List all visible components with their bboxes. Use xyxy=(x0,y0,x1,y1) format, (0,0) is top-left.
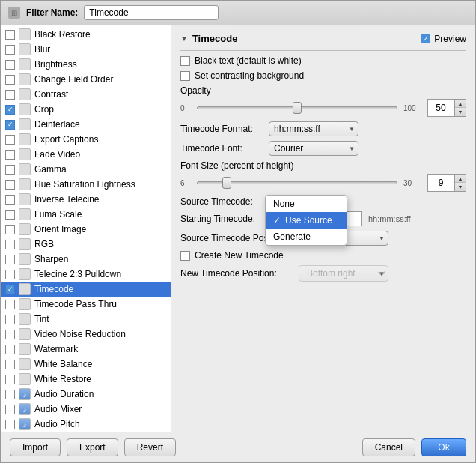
filter-icon-brightness xyxy=(19,58,31,70)
filter-item-white-balance[interactable]: White Balance xyxy=(1,357,171,372)
filter-icon-gamma xyxy=(19,163,31,175)
filter-item-timecode[interactable]: ✓Timecode xyxy=(1,282,171,297)
revert-button[interactable]: Revert xyxy=(124,438,176,456)
filter-label-deinterlace: Deinterlace xyxy=(34,119,80,130)
filter-checkbox-inverse-telecine[interactable] xyxy=(5,195,15,205)
filter-item-audio-pitch[interactable]: ♪Audio Pitch xyxy=(1,417,171,432)
filter-checkbox-contrast[interactable] xyxy=(5,90,15,100)
filter-item-timecode-pass-thru[interactable]: Timecode Pass Thru xyxy=(1,297,171,312)
filter-item-tint[interactable]: Tint xyxy=(1,312,171,327)
right-panel: ▼ Timecode ✓ Preview Black text (default… xyxy=(171,25,475,432)
filter-checkbox-crop[interactable]: ✓ xyxy=(5,105,15,115)
dropdown-none[interactable]: None xyxy=(266,196,347,212)
filter-item-telecine-23-pulldown[interactable]: Telecine 2:3 Pulldown xyxy=(1,267,171,282)
create-tc-label: Create New Timecode xyxy=(195,250,284,261)
dropdown-generate[interactable]: Generate xyxy=(266,229,347,245)
filter-checkbox-video-noise-reduction[interactable] xyxy=(5,330,15,339)
filter-item-crop[interactable]: ✓Crop xyxy=(1,102,171,117)
preview-checkbox[interactable]: ✓ xyxy=(421,34,430,43)
filter-label-timecode-pass-thru: Timecode Pass Thru xyxy=(34,299,117,309)
filter-label-fade-video: Fade Video xyxy=(34,149,80,160)
opacity-value-input[interactable] xyxy=(427,99,454,117)
filter-item-deinterlace[interactable]: ✓Deinterlace xyxy=(1,117,171,132)
filter-checkbox-white-restore[interactable] xyxy=(5,375,15,384)
font-size-input[interactable] xyxy=(427,174,454,192)
filter-item-audio-duration[interactable]: ♪Audio Duration xyxy=(1,387,171,402)
filter-item-contrast[interactable]: Contrast xyxy=(1,87,171,102)
new-tc-row: New Timecode Position: Bottom right xyxy=(180,265,466,282)
filter-checkbox-fade-video[interactable] xyxy=(5,150,15,160)
filter-checkbox-audio-pitch[interactable] xyxy=(5,420,15,429)
filter-checkbox-tint[interactable] xyxy=(5,315,15,324)
filter-item-watermark[interactable]: Watermark xyxy=(1,342,171,357)
filter-checkbox-audio-mixer[interactable] xyxy=(5,405,15,414)
dropdown-none-label: None xyxy=(273,199,295,209)
filter-checkbox-brightness[interactable] xyxy=(5,60,15,70)
filter-item-audio-mixer[interactable]: ♪Audio Mixer xyxy=(1,402,171,417)
filter-item-black-restore[interactable]: Black Restore xyxy=(1,27,171,42)
filter-checkbox-export-captions[interactable] xyxy=(5,135,15,145)
filter-checkbox-sharpen[interactable] xyxy=(5,255,15,264)
filter-checkbox-timecode-pass-thru[interactable] xyxy=(5,300,15,309)
filter-checkbox-blur[interactable] xyxy=(5,45,15,55)
font-size-row: 6 30 ▲ ▼ xyxy=(180,174,466,192)
filter-name-input[interactable] xyxy=(84,5,219,20)
preview-row: ✓ Preview xyxy=(421,34,466,44)
collapse-icon[interactable]: ▼ xyxy=(180,34,188,43)
filter-checkbox-hue-saturation-lightness[interactable] xyxy=(5,180,15,190)
filter-item-hue-saturation-lightness[interactable]: Hue Saturation Lightness xyxy=(1,177,171,192)
section-title: Timecode xyxy=(192,33,237,44)
create-tc-checkbox[interactable] xyxy=(180,251,190,261)
filter-checkbox-black-restore[interactable] xyxy=(5,30,15,40)
font-size-thumb[interactable] xyxy=(222,177,231,189)
timecode-font-select[interactable]: Courier xyxy=(269,141,358,156)
font-size-down-btn[interactable]: ▼ xyxy=(455,183,466,191)
filter-checkbox-deinterlace[interactable]: ✓ xyxy=(5,120,15,130)
import-button[interactable]: Import xyxy=(10,438,61,456)
filter-item-inverse-telecine[interactable]: Inverse Telecine xyxy=(1,192,171,207)
filter-item-fade-video[interactable]: Fade Video xyxy=(1,147,171,162)
new-tc-position-select[interactable]: Bottom right xyxy=(299,265,388,282)
filter-checkbox-luma-scale[interactable] xyxy=(5,210,15,220)
cancel-button[interactable]: Cancel xyxy=(362,438,415,456)
filter-checkbox-watermark[interactable] xyxy=(5,345,15,354)
ok-button[interactable]: Ok xyxy=(421,438,466,456)
opacity-slider[interactable] xyxy=(197,101,397,115)
black-text-checkbox[interactable] xyxy=(180,56,190,66)
filter-item-change-field-order[interactable]: Change Field Order xyxy=(1,72,171,87)
filter-item-rgb[interactable]: RGB xyxy=(1,237,171,252)
set-bg-checkbox[interactable] xyxy=(180,71,190,81)
filter-item-export-captions[interactable]: Export Captions xyxy=(1,132,171,147)
filter-item-video-noise-reduction[interactable]: Video Noise Reduction xyxy=(1,327,171,342)
filter-item-luma-scale[interactable]: Luma Scale xyxy=(1,207,171,222)
filter-item-brightness[interactable]: Brightness xyxy=(1,57,171,72)
filter-checkbox-white-balance[interactable] xyxy=(5,360,15,369)
filter-checkbox-change-field-order[interactable] xyxy=(5,75,15,85)
dropdown-use-source[interactable]: ✓ Use Source xyxy=(266,212,347,229)
filter-icon-telecine-23-pulldown xyxy=(19,268,31,280)
filter-checkbox-telecine-23-pulldown[interactable] xyxy=(5,270,15,279)
filter-checkbox-timecode[interactable]: ✓ xyxy=(5,285,15,294)
font-size-max: 30 xyxy=(403,179,421,187)
filter-checkbox-gamma[interactable] xyxy=(5,165,15,175)
source-tc-row: Source Timecode: None ✓ Use Source Gener… xyxy=(180,196,466,207)
timecode-format-select[interactable]: hh:mm:ss:ff xyxy=(269,121,358,136)
font-size-slider[interactable] xyxy=(197,176,397,190)
opacity-thumb[interactable] xyxy=(293,102,302,114)
filter-item-gamma[interactable]: Gamma xyxy=(1,162,171,177)
filter-item-orient-image[interactable]: Orient Image xyxy=(1,222,171,237)
opacity-label: Opacity xyxy=(180,85,466,96)
filter-label-brightness: Brightness xyxy=(34,59,77,70)
filter-checkbox-rgb[interactable] xyxy=(5,240,15,249)
filter-item-sharpen[interactable]: Sharpen xyxy=(1,252,171,267)
filter-checkbox-orient-image[interactable] xyxy=(5,225,15,234)
export-button[interactable]: Export xyxy=(67,438,118,456)
filter-item-white-restore[interactable]: White Restore xyxy=(1,372,171,387)
opacity-up-btn[interactable]: ▲ xyxy=(455,100,466,108)
filter-item-blur[interactable]: Blur xyxy=(1,42,171,57)
filter-icon-watermark xyxy=(19,343,31,355)
font-size-up-btn[interactable]: ▲ xyxy=(455,175,466,183)
filter-checkbox-audio-duration[interactable] xyxy=(5,390,15,399)
opacity-down-btn[interactable]: ▼ xyxy=(455,108,466,116)
opacity-row: 0 100 ▲ ▼ xyxy=(180,99,466,117)
